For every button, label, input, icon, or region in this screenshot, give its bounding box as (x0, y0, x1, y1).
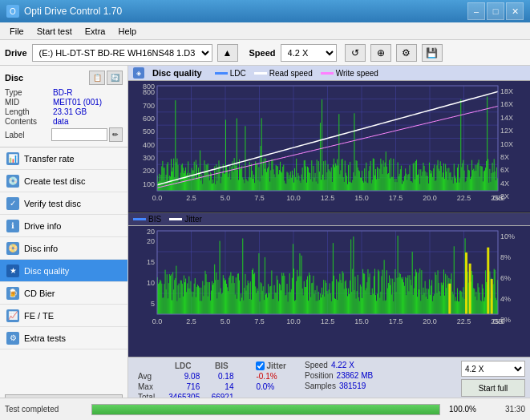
disc-icon-btn1[interactable]: 📋 (89, 71, 105, 85)
nav-fe-te[interactable]: 📈 FE / TE (0, 305, 127, 327)
disc-title: Disc (5, 73, 23, 83)
jitter-avg: -0.1% (251, 371, 293, 382)
nav-disc-quality[interactable]: ★ Disc quality (0, 260, 127, 282)
left-panel: Disc 📋 🔄 Type BD-R MID MEIT01 (001) Leng… (0, 66, 128, 420)
speed-stat-label: Speed (305, 361, 328, 370)
verify-test-disc-icon: ✓ (6, 197, 19, 210)
start-full-button[interactable]: Start full (461, 379, 525, 397)
title-bar: O Opti Drive Control 1.70 – □ ✕ (0, 0, 530, 22)
menu-extra[interactable]: Extra (79, 25, 112, 38)
write-speed-legend-color (321, 72, 334, 75)
extra-tests-icon: ⚙ (6, 332, 19, 345)
nav-create-test-disc[interactable]: 💿 Create test disc (0, 170, 127, 192)
menu-help[interactable]: Help (111, 25, 143, 38)
length-value: 23.31 GB (53, 107, 87, 116)
label-label: Label (5, 131, 51, 139)
app-icon: O (6, 5, 19, 18)
elapsed-time: 31:30 (485, 405, 525, 414)
status-text: Test completed (5, 405, 85, 414)
max-label: Max (133, 382, 161, 392)
nav-cd-bier[interactable]: 🍺 CD Bier (0, 282, 127, 305)
mid-value: MEIT01 (001) (53, 98, 102, 107)
menu-file[interactable]: File (3, 25, 30, 38)
samples-value: 381519 (339, 382, 366, 390)
menu-start-test[interactable]: Start test (30, 25, 79, 38)
position-value: 23862 MB (337, 371, 374, 380)
read-speed-legend-color (254, 72, 267, 75)
speed-label: Speed (249, 48, 276, 58)
drive-select[interactable]: (E:) HL-DT-ST BD-RE WH16NS48 1.D3 (32, 44, 212, 62)
create-test-disc-icon: 💿 (6, 175, 19, 188)
speed-stat-value: 4.22 X (331, 361, 354, 370)
disc-quality-label: Disc quality (24, 266, 69, 276)
jitter-legend-color (169, 218, 182, 220)
fe-te-label: FE / TE (24, 311, 54, 321)
type-label: Type (5, 88, 53, 97)
transfer-rate-label: Transfer rate (24, 154, 75, 164)
ldc-header: LDC (161, 361, 204, 371)
cd-bier-label: CD Bier (24, 289, 55, 298)
bis-legend-color (133, 218, 146, 220)
nav-verify-test-disc[interactable]: ✓ Verify test disc (0, 192, 127, 215)
contents-value: data (53, 117, 68, 126)
bottom-status-bar: Test completed 100.0% 31:30 (0, 398, 530, 420)
speed-select[interactable]: 4.2 X (281, 44, 337, 62)
right-panel: ◈ Disc quality LDC Read speed Write spee… (128, 66, 530, 420)
bis-header: BIS (204, 361, 238, 371)
app-title: Opti Drive Control 1.70 (24, 6, 122, 17)
fe-te-icon: 📈 (6, 309, 19, 322)
drive-info-label: Drive info (24, 221, 61, 231)
nav-drive-info[interactable]: ℹ Drive info (0, 215, 127, 237)
ldc-avg: 9.08 (161, 371, 204, 382)
top-chart (128, 81, 530, 212)
copy-button[interactable]: ⊕ (370, 44, 391, 62)
disc-icon-btn2[interactable]: 🔄 (107, 71, 123, 85)
start-speed-select[interactable]: 4.2 X (461, 361, 525, 377)
ldc-max: 716 (161, 382, 204, 392)
chart-header: ◈ Disc quality LDC Read speed Write spee… (128, 66, 530, 81)
chart-title: Disc quality (152, 68, 202, 78)
label-edit-btn[interactable]: ✏ (109, 127, 123, 142)
disc-quality-icon: ★ (6, 265, 19, 277)
length-label: Length (5, 107, 53, 116)
ldc-legend-label: LDC (230, 69, 246, 78)
jitter-max: 0.0% (251, 382, 293, 392)
extra-tests-label: Extra tests (24, 333, 66, 343)
disc-info-icon: 📀 (6, 242, 19, 255)
nav-transfer-rate[interactable]: 📊 Transfer rate (0, 147, 127, 170)
jitter-checkbox[interactable] (256, 361, 265, 370)
bis-legend-label: BIS (148, 215, 161, 224)
minimize-button[interactable]: – (467, 2, 485, 20)
position-label: Position (305, 371, 334, 380)
menu-bar: File Start test Extra Help (0, 22, 530, 40)
type-value: BD-R (53, 88, 72, 97)
close-button[interactable]: ✕ (506, 2, 524, 20)
save-button[interactable]: 💾 (422, 44, 443, 62)
drive-label: Drive (5, 48, 27, 58)
jitter-stats-label: Jitter (266, 361, 285, 370)
maximize-button[interactable]: □ (487, 2, 504, 20)
disc-section: Disc 📋 🔄 Type BD-R MID MEIT01 (001) Leng… (0, 66, 127, 147)
disc-info-label: Disc info (24, 244, 58, 253)
drive-info-icon: ℹ (6, 220, 19, 232)
mid-label: MID (5, 98, 53, 107)
cd-bier-icon: 🍺 (6, 287, 19, 300)
write-speed-legend-label: Write speed (336, 69, 378, 78)
refresh-button[interactable]: ↺ (345, 44, 366, 62)
bottom-chart (128, 226, 530, 357)
contents-label: Contents (5, 117, 53, 126)
transfer-rate-icon: 📊 (6, 152, 19, 165)
nav-disc-info[interactable]: 📀 Disc info (0, 237, 127, 260)
progress-bar-inner (92, 405, 439, 414)
nav-extra-tests[interactable]: ⚙ Extra tests (0, 327, 127, 349)
bis-max: 14 (204, 382, 238, 392)
chart-header-icon: ◈ (133, 67, 144, 79)
label-input[interactable] (51, 128, 107, 141)
avg-label: Avg (133, 371, 161, 382)
verify-test-disc-label: Verify test disc (24, 199, 81, 208)
drive-eject-button[interactable]: ▲ (217, 44, 238, 62)
drive-bar: Drive (E:) HL-DT-ST BD-RE WH16NS48 1.D3 … (0, 40, 530, 66)
bis-avg: 0.18 (204, 371, 238, 382)
settings-button[interactable]: ⚙ (396, 44, 417, 62)
progress-percent: 100.0% (447, 405, 479, 414)
